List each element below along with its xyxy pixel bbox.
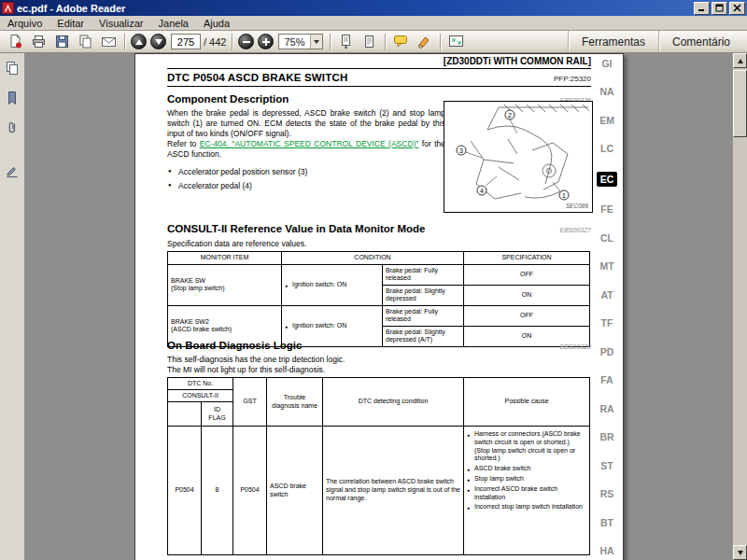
scrolling-mode-button[interactable] <box>334 32 358 51</box>
table-row: P0504 8 P0504 ASCD brake switch The corr… <box>168 427 590 555</box>
speech-bubble-icon <box>393 34 409 49</box>
refer-prefix: Refer to <box>167 139 200 148</box>
section-tab-strip: GI NA EM LC EC FE CL MT AT TF PD FA RA B… <box>596 58 618 556</box>
monitor-item-cell: BRAKE SW (Stop lamp switch) <box>168 264 282 305</box>
menu-view[interactable]: Visualizar <box>92 17 151 30</box>
condition-cell: Brake pedal: Fully released <box>383 264 464 285</box>
condition-cell: Brake pedal: Slightly depressed (A/T) <box>383 326 464 346</box>
attachments-panel-button[interactable] <box>3 119 21 137</box>
consult-table: MONITOR ITEM CONDITION SPECIFICATION BRA… <box>167 251 590 347</box>
section-tab-fa: FA <box>600 374 613 385</box>
sticky-note-button[interactable] <box>389 32 413 51</box>
figure-code: SEC086 <box>566 203 589 209</box>
toolbar-separator <box>124 34 125 50</box>
menu-window[interactable]: Janela <box>151 17 196 30</box>
spec-cell: OFF <box>464 305 590 326</box>
consult-dtc-cell: P0504 <box>168 427 202 555</box>
dtc-no-header: DTC No. <box>168 378 233 390</box>
dtc-title: DTC P0504 ASCD BRAKE SWITCH <box>167 72 347 83</box>
copy-icon <box>78 34 93 49</box>
menu-help[interactable]: Ajuda <box>196 17 237 30</box>
divider <box>167 68 591 69</box>
close-button[interactable] <box>729 2 745 15</box>
adobe-reader-icon <box>2 2 14 14</box>
arrow-down-icon <box>738 551 743 555</box>
print-button[interactable] <box>27 32 50 51</box>
id-flag-header: ID FLAG <box>202 402 233 427</box>
pages-panel-button[interactable] <box>3 59 21 77</box>
previous-page-button[interactable] <box>131 34 147 49</box>
menu-edit[interactable]: Editar <box>49 17 92 30</box>
window-controls <box>694 2 745 15</box>
pages-icon <box>5 61 20 76</box>
component-description-body: When the brake pedal is depressed, ASCD … <box>167 108 445 160</box>
document-icon <box>7 34 23 49</box>
minus-icon <box>243 41 250 43</box>
section-tab-pd: PD <box>600 346 614 357</box>
zoom-dropdown-button[interactable] <box>310 35 322 49</box>
email-button[interactable] <box>97 32 120 51</box>
zoom-out-button[interactable] <box>238 34 254 49</box>
toolbar: / 442 75% <box>0 31 747 53</box>
save-button[interactable] <box>50 32 74 51</box>
id-flag-cell: 8 <box>202 427 233 555</box>
bookmarks-panel-button[interactable] <box>3 89 21 107</box>
copy-button[interactable] <box>74 32 97 51</box>
page-number-input[interactable] <box>171 34 201 49</box>
section-tab-bt: BT <box>600 517 613 528</box>
vertical-scrollbar[interactable] <box>732 53 747 560</box>
section-tab-na: NA <box>599 86 613 97</box>
list-item: Harness or connectors (ASCD brake switch… <box>467 430 586 463</box>
svg-text:1: 1 <box>562 192 566 199</box>
section-tab-gi: GI <box>601 58 612 69</box>
monitor-item-sub: (ASCD brake switch) <box>171 326 278 334</box>
fullscreen-icon <box>448 34 464 49</box>
page-icon <box>361 34 377 49</box>
toolbar-separator <box>440 34 441 50</box>
condition-cell: The correlation between ASCD brake switc… <box>323 427 464 555</box>
comment-panel-button[interactable]: Comentário <box>658 31 743 52</box>
section-tab-at: AT <box>600 289 613 301</box>
monitor-item: BRAKE SW2 <box>171 318 278 327</box>
refer-paragraph: Refer to EC-404, "AUTOMATIC SPEED CONTRO… <box>167 139 445 160</box>
chevron-down-icon <box>314 40 319 44</box>
maximize-button[interactable] <box>712 2 727 15</box>
menu-file[interactable]: Arquivo <box>0 17 49 30</box>
window-title: ec.pdf - Adobe Reader <box>17 3 125 14</box>
list-item: Incorrect stop lamp switch installation <box>467 503 586 511</box>
list-item: Incorrect ASCD brake switch installation <box>467 485 586 502</box>
monitor-item-sub: (Stop lamp switch) <box>171 285 278 293</box>
section-tab-rs: RS <box>600 488 614 499</box>
zoom-in-button[interactable] <box>258 34 274 49</box>
zoom-level-select[interactable]: 75% <box>278 34 322 49</box>
section-banner: [ZD30DDTi WITH COMMON RAIL] <box>444 56 591 66</box>
minimize-button[interactable] <box>694 2 710 15</box>
scroll-up-button[interactable] <box>733 53 747 68</box>
empty-header-cell <box>168 402 202 427</box>
condition-header: DTC detecting condition <box>323 378 464 427</box>
gst-header: GST <box>233 378 267 427</box>
section-tab-st: ST <box>600 460 613 471</box>
ec404-link[interactable]: EC-404, "AUTOMATIC SPEED CONTROL DEVICE … <box>200 139 419 148</box>
cause-header: Possible cause <box>464 378 590 427</box>
cause-cell: Harness or connectors (ASCD brake switch… <box>464 427 590 555</box>
scrollbar-thumb[interactable] <box>733 70 747 137</box>
arrow-down-icon <box>155 39 162 45</box>
scroll-down-button[interactable] <box>733 545 747 560</box>
column-header: MONITOR ITEM <box>168 252 282 265</box>
obd-table: DTC No. GST Trouble diagnosis name DTC d… <box>167 377 590 555</box>
document-button[interactable] <box>4 32 27 51</box>
toolbar-right-group: Ferramentas Comentário <box>568 31 743 52</box>
single-page-button[interactable] <box>358 32 381 51</box>
tools-button[interactable]: Ferramentas <box>568 31 658 52</box>
signatures-panel-button[interactable] <box>3 161 21 180</box>
svg-text:3: 3 <box>459 147 463 154</box>
arrow-up-icon <box>738 59 743 63</box>
highlight-button[interactable] <box>413 32 436 51</box>
list-item: ASCD brake switch <box>467 465 586 473</box>
technical-illustration: 2 3 4 1 SEC086 <box>444 102 592 212</box>
next-page-button[interactable] <box>150 34 166 49</box>
spec-cell: ON <box>464 285 590 305</box>
fullscreen-button[interactable] <box>444 32 468 51</box>
spec-cell: OFF <box>464 264 590 285</box>
